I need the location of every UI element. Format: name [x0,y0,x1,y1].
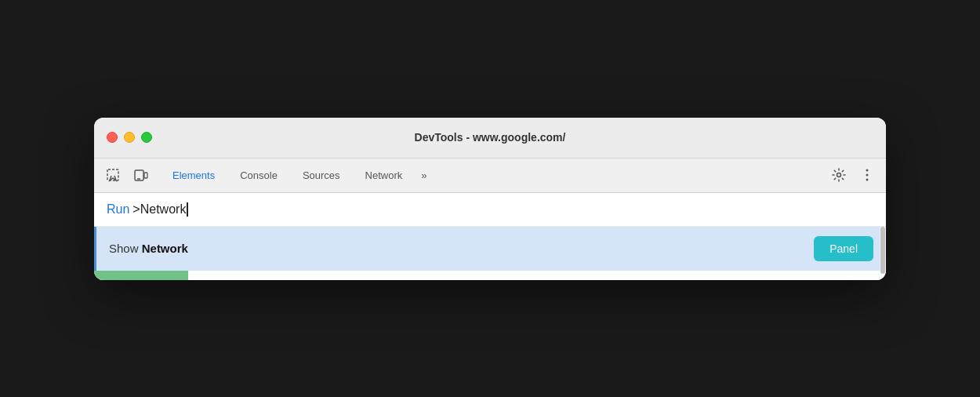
text-cursor [187,202,188,217]
tab-list: Elements Console Sources Network » [160,165,434,186]
command-text: >Network [132,202,186,217]
svg-point-6 [866,174,869,177]
vertical-dots-icon [866,169,869,181]
tab-network[interactable]: Network [353,165,416,186]
command-bar[interactable]: Run >Network [94,193,886,227]
bottom-hint-bar [94,271,886,280]
settings-button[interactable] [826,162,851,188]
result-text: Show Network [109,242,814,255]
command-prefix: Run [107,202,129,217]
svg-point-4 [837,173,841,177]
tab-sources[interactable]: Sources [290,165,353,186]
svg-rect-2 [144,173,147,178]
more-tabs-button[interactable]: » [415,166,433,184]
scrollbar-thumb [880,227,885,274]
main-content: Run >Network Show Network Panel [94,193,886,280]
device-toggle-button[interactable] [129,162,154,188]
traffic-lights [107,132,152,143]
svg-point-7 [866,179,869,181]
maximize-button[interactable] [141,132,152,143]
device-icon [134,168,148,182]
gear-icon [831,167,847,183]
svg-point-5 [866,169,869,172]
devtools-window: DevTools - www.google.com/ Elements Cons… [94,118,886,280]
close-button[interactable] [107,132,118,143]
inspect-icon [106,168,120,182]
panel-button[interactable]: Panel [814,236,873,261]
toolbar-right [826,162,880,188]
tab-console[interactable]: Console [227,165,290,186]
title-bar: DevTools - www.google.com/ [94,118,886,158]
inspect-element-button[interactable] [100,162,125,188]
result-prefix: Show [109,242,142,255]
result-highlight: Network [142,242,188,255]
toolbar: Elements Console Sources Network » [94,158,886,193]
more-options-button[interactable] [855,162,880,188]
result-row[interactable]: Show Network Panel [94,227,886,271]
command-input[interactable]: >Network [132,202,873,217]
window-title: DevTools - www.google.com/ [415,131,566,144]
scrollbar-track[interactable] [880,227,886,271]
tab-elements[interactable]: Elements [160,165,227,186]
minimize-button[interactable] [124,132,135,143]
